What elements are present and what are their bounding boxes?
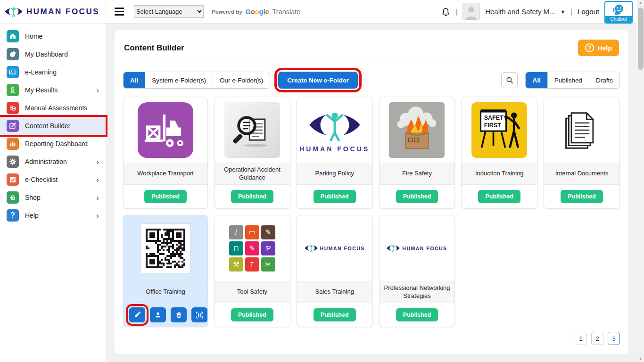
burning-box-photo <box>380 97 455 163</box>
language-select[interactable]: Select Language <box>134 5 204 18</box>
sidebar-item-help[interactable]: ? Help › <box>0 206 106 224</box>
divider <box>123 63 620 63</box>
sidebar-item-administration[interactable]: Administration › <box>0 153 106 171</box>
status-filter-published[interactable]: Published <box>548 72 589 88</box>
status-filter-group: All Published Drafts <box>525 72 620 89</box>
powered-by-label: Powered by <box>212 9 242 15</box>
chatbot-button[interactable]: Chatbot <box>604 1 633 24</box>
chevron-right-icon: › <box>96 194 99 202</box>
status-badge: Published <box>314 190 356 203</box>
scroll-down-arrow[interactable]: ▼ <box>639 357 643 361</box>
page-button-3[interactable]: 3 <box>608 332 620 345</box>
tool-icon: ✂ <box>261 257 275 272</box>
status-badge: Published <box>396 190 438 203</box>
sidebar-item-echecklist[interactable]: e-Checklist › <box>0 171 106 189</box>
efolder-card-fire-safety[interactable]: Fire Safety Published <box>379 97 455 209</box>
logout-button[interactable]: Logout <box>578 8 599 16</box>
scrollbar[interactable]: ▲ ▼ <box>637 0 644 362</box>
efolder-card-operational-accident-guidance[interactable]: Operational Accident Guidance Published <box>214 97 290 209</box>
efolder-card-workplace-transport[interactable]: Workplace Transport Published <box>123 97 208 209</box>
chevron-right-icon: › <box>96 158 99 166</box>
efolder-card-professional-networking[interactable]: HUMAN FOCUS Professional Networking Stra… <box>379 215 455 327</box>
sidebar-item-content-builder[interactable]: Content Builder <box>0 117 106 135</box>
tool-icon: ⊓ <box>229 241 243 255</box>
basket-icon <box>7 191 19 204</box>
chevron-right-icon: › <box>96 176 99 184</box>
efolder-card-parking-policy[interactable]: HUMAN FOCUS Parking Policy Published <box>297 97 373 209</box>
help-button[interactable]: ? Help <box>578 40 619 56</box>
efolder-card-office-training[interactable]: Office Training <box>123 215 208 327</box>
efolder-card-internal-documents[interactable]: Internal Documents Published <box>544 97 620 209</box>
help-circle-icon: ? <box>585 43 594 52</box>
sidebar-item-my-dashboard[interactable]: My Dashboard <box>0 45 106 63</box>
filter-our-efolders[interactable]: Our e-Folder(s) <box>213 72 270 88</box>
avatar[interactable] <box>462 3 480 20</box>
chatbot-icon <box>611 2 626 16</box>
user-menu[interactable]: Health and Safety M... <box>485 8 555 16</box>
question-icon: ? <box>7 209 19 222</box>
efolder-card-induction-training[interactable]: SAFETY FIRST Induction Training Publishe… <box>461 97 537 209</box>
sidebar-item-elearning[interactable]: e-Learning <box>0 63 106 81</box>
svg-text:SAFETY: SAFETY <box>484 115 508 121</box>
elearning-icon <box>7 66 19 78</box>
checklist-icon <box>7 173 19 186</box>
status-badge: Published <box>314 308 356 321</box>
sidebar-item-my-results[interactable]: My Results › <box>0 81 106 99</box>
content-builder-icon <box>7 120 19 132</box>
sidebar-item-manual-assessments[interactable]: Manual Assessments <box>0 99 106 117</box>
chevron-down-icon[interactable]: ▼ <box>561 9 566 15</box>
stacked-documents-icon <box>544 97 619 163</box>
dashboard-pie-icon <box>7 48 19 60</box>
search-button[interactable] <box>501 72 518 88</box>
create-new-efolder-button[interactable]: Create New e-Folder <box>278 72 358 89</box>
efolder-card-tool-safety[interactable]: / ▭ ✎ ⊓ ✎ Ƥ ⚒ Γ ✂ Tool Safety <box>214 215 290 327</box>
page-button-1[interactable]: 1 <box>575 332 587 345</box>
scroll-thumb[interactable] <box>638 8 644 70</box>
hamburger-menu-icon[interactable] <box>115 8 124 16</box>
google-wordmark[interactable]: Google <box>246 8 269 16</box>
status-filter-drafts[interactable]: Drafts <box>589 72 619 88</box>
pencil-icon <box>133 311 141 319</box>
edit-folder-button[interactable] <box>129 307 145 322</box>
status-badge: Published <box>231 308 273 321</box>
notification-bell-icon[interactable] <box>441 7 451 17</box>
status-badge: Published <box>396 308 438 321</box>
filter-system-efolders[interactable]: System e-Folder(s) <box>145 72 213 88</box>
delete-folder-button[interactable] <box>171 307 187 322</box>
tool-icon: Ƥ <box>261 241 275 255</box>
human-focus-eye-icon <box>5 5 23 18</box>
translate-label[interactable]: Translate <box>272 8 301 16</box>
chevron-right-icon: › <box>96 86 99 94</box>
tool-icon: ✎ <box>245 241 259 255</box>
tool-icon: Γ <box>245 257 259 272</box>
status-filter-all[interactable]: All <box>526 72 547 88</box>
brand-name: HUMAN FOCUS <box>26 7 99 16</box>
human-focus-logo-small: HUMAN FOCUS <box>297 215 372 281</box>
chevron-right-icon: › <box>96 212 99 220</box>
efolder-card-sales-training[interactable]: HUMAN FOCUS Sales Training Published <box>297 215 373 327</box>
card-actions <box>124 303 207 327</box>
scroll-up-arrow[interactable]: ▲ <box>639 1 643 5</box>
qr-scan-button[interactable] <box>191 307 207 322</box>
magnifier-document-icon <box>215 97 290 163</box>
page-title: Content Builder <box>124 43 184 53</box>
brand-logo[interactable]: HUMAN FOCUS <box>0 0 106 24</box>
sidebar-item-reporting-dashboard[interactable]: Reporting Dashboard <box>0 135 106 153</box>
tool-icons-grid: / ▭ ✎ ⊓ ✎ Ƥ ⚒ Γ ✂ <box>215 215 290 281</box>
forklift-icon <box>124 97 207 163</box>
filter-all[interactable]: All <box>124 72 145 88</box>
page-button-2[interactable]: 2 <box>591 332 603 345</box>
topbar: Select Language Powered by Google Transl… <box>106 0 644 24</box>
sidebar-item-home[interactable]: Home <box>0 27 106 45</box>
app-window: HUMAN FOCUS Home My Dashboard e-Learning <box>0 0 644 362</box>
qr-code <box>146 229 185 268</box>
pagination: 1 2 3 <box>575 332 620 345</box>
assign-users-button[interactable] <box>150 307 166 322</box>
tool-icon: ✎ <box>261 225 275 239</box>
folder-filter-group: All System e-Folder(s) Our e-Folder(s) <box>123 72 270 89</box>
human-focus-logo-small: HUMAN FOCUS <box>380 215 455 281</box>
sidebar-nav: Home My Dashboard e-Learning My Results <box>0 24 106 224</box>
qr-scan-icon <box>196 311 204 319</box>
sidebar-item-shop[interactable]: Shop › <box>0 189 106 206</box>
qr-code-thumbnail <box>140 223 190 273</box>
